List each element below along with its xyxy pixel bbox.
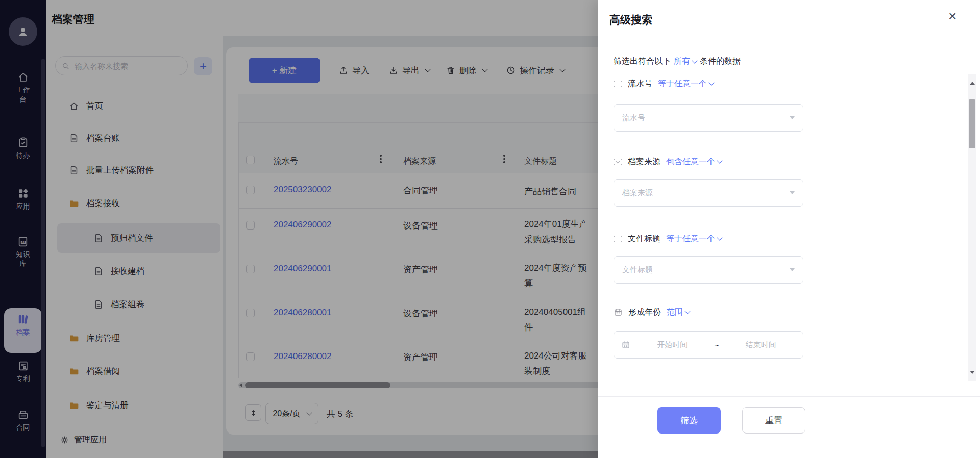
match-mode-select[interactable]: 所有 [674,56,697,67]
chevron-down-icon [684,308,690,314]
scroll-up-icon[interactable] [968,74,976,92]
condition-year: 形成年份 范围 [614,306,690,318]
drawer-footer-divider [598,396,980,397]
source-value-select[interactable]: 档案来源 [614,179,803,207]
close-icon[interactable]: × [948,9,957,23]
calendar-icon [621,340,630,349]
end-date-placeholder: 结束时间 [719,340,803,350]
operator-select[interactable]: 等于任意一个 [666,234,722,244]
operator-select[interactable]: 等于任意一个 [658,79,714,89]
chevron-down-icon [717,158,722,163]
operator-select[interactable]: 范围 [667,307,690,318]
serial-value-select[interactable]: 流水号 [614,104,803,132]
advanced-search-drawer: 高级搜索 × 筛选出符合以下 所有 条件的数据 流水号 等于任意一个 流水号 档… [598,0,980,458]
select-placeholder: 流水号 [622,113,645,123]
app-root: 工作台 待办 应用 AI 知识库 [0,0,980,458]
calendar-icon [614,308,623,317]
drawer-header-divider [598,44,980,44]
condition-title: 文件标题 等于任意一个 [614,233,722,245]
condition-field: 档案来源 [628,157,660,167]
select-placeholder: 文件标题 [622,265,653,275]
range-separator: ~ [715,341,719,349]
intro-suffix: 条件的数据 [700,56,741,67]
reset-button[interactable]: 重置 [742,407,805,434]
input-field-icon [614,236,622,242]
condition-field: 形成年份 [628,307,661,318]
condition-field: 流水号 [628,79,652,89]
drawer-scrollbar-thumb[interactable] [969,99,975,148]
year-range-picker[interactable]: 开始时间 ~ 结束时间 [614,331,803,359]
condition-field: 文件标题 [628,234,660,244]
chevron-down-icon [717,235,722,240]
intro-prefix: 筛选出符合以下 [614,56,671,67]
chevron-down-icon [708,80,714,85]
start-date-placeholder: 开始时间 [630,340,715,350]
select-field-icon [614,159,622,165]
dropdown-caret-icon [790,268,795,271]
filter-intro-line: 筛选出符合以下 所有 条件的数据 [614,56,741,67]
operator-select[interactable]: 包含任意一个 [666,157,722,167]
title-value-select[interactable]: 文件标题 [614,256,803,284]
select-placeholder: 档案来源 [622,188,653,198]
condition-serial: 流水号 等于任意一个 [614,78,714,90]
scroll-down-icon[interactable] [968,363,976,381]
condition-source: 档案来源 包含任意一个 [614,156,722,168]
chevron-down-icon [692,58,697,63]
dropdown-caret-icon [790,116,795,119]
dropdown-caret-icon [790,191,795,194]
drawer-title: 高级搜索 [609,13,652,27]
drawer-scrollbar-track[interactable] [968,74,976,381]
filter-button[interactable]: 筛选 [657,407,721,434]
input-field-icon [614,81,622,87]
